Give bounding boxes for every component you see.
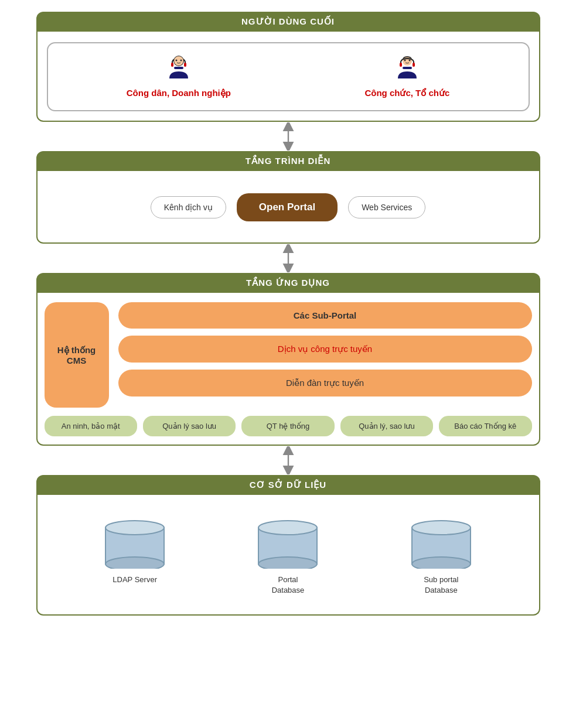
cms-label: Hệ thống CMS xyxy=(50,345,103,365)
arrow-2 xyxy=(278,244,299,273)
app-bottom-row: An ninh, bảo mật Quản lý sao lưu QT hệ t… xyxy=(45,416,532,436)
svg-point-8 xyxy=(404,60,405,61)
arrow-down-up-1 xyxy=(278,122,299,151)
official-label: Công chức, Tổ chức xyxy=(364,88,449,98)
security-pill: An ninh, bảo mật xyxy=(45,416,137,436)
forum-pill: Diễn đàn trực tuyến xyxy=(118,370,532,397)
user-box: Công dân, Doanh nghiệp xyxy=(47,42,530,111)
sub-portal-db-label: Sub portal Database xyxy=(424,575,458,596)
database-body: LDAP Server Portal Database Sub portal D… xyxy=(36,495,540,616)
application-layer: TẦNG ỨNG DỤNG Hệ thống CMS Các Sub-Porta… xyxy=(36,273,540,446)
app-right-col: Các Sub-Portal Dịch vụ công trực tuyến D… xyxy=(118,302,532,408)
citizen-avatar-icon xyxy=(165,53,193,81)
end-user-layer: NGƯỜI DÙNG CUỐI xyxy=(36,12,540,122)
presentation-header: TẦNG TRÌNH DIỄN xyxy=(36,151,540,171)
database-header: CƠ SỞ DỮ LIỆU xyxy=(36,475,540,495)
svg-point-17 xyxy=(105,557,164,569)
user-citizen: Công dân, Doanh nghiệp xyxy=(127,53,231,98)
arrow-3 xyxy=(278,446,299,475)
online-service-pill: Dịch vụ công trực tuyến xyxy=(118,336,532,363)
user-official: Công chức, Tổ chức xyxy=(364,53,449,98)
web-services-box: Web Services xyxy=(348,196,425,218)
database-layer: CƠ SỞ DỮ LIỆU LDAP Server xyxy=(36,475,540,616)
svg-point-20 xyxy=(258,557,317,569)
svg-point-24 xyxy=(412,521,471,535)
citizen-label: Công dân, Doanh nghiệp xyxy=(127,88,231,98)
presentation-layer: TẦNG TRÌNH DIỄN Kênh dịch vụ Open Portal… xyxy=(36,151,540,244)
portal-db-cylinder-icon xyxy=(255,517,320,569)
ldap-cylinder-icon xyxy=(103,517,167,569)
official-avatar-icon xyxy=(393,53,421,81)
presentation-body: Kênh dịch vụ Open Portal Web Services xyxy=(36,171,540,244)
open-portal-box: Open Portal xyxy=(237,193,338,221)
kenh-dich-vu-box: Kênh dịch vụ xyxy=(151,196,226,218)
sub-portals-pill: Các Sub-Portal xyxy=(118,302,532,329)
end-user-header: NGƯỜI DÙNG CUỐI xyxy=(36,12,540,32)
app-top-row: Hệ thống CMS Các Sub-Portal Dịch vụ công… xyxy=(45,302,532,408)
citizen-icon xyxy=(165,53,193,84)
svg-rect-2 xyxy=(171,63,173,67)
svg-rect-11 xyxy=(400,63,402,67)
report-stats-pill: Báo cáo Thống kê xyxy=(439,416,531,436)
mgmt-backup-pill: Quản lý, sao lưu xyxy=(340,416,433,436)
svg-rect-10 xyxy=(403,67,412,69)
svg-rect-12 xyxy=(413,63,415,67)
arrow-down-up-2 xyxy=(278,244,299,272)
svg-point-6 xyxy=(180,60,182,61)
portal-db-item: Portal Database xyxy=(255,517,320,596)
svg-point-18 xyxy=(105,521,164,535)
sys-admin-pill: QT hệ thống xyxy=(241,416,334,436)
svg-point-9 xyxy=(408,60,410,61)
svg-point-5 xyxy=(175,60,177,61)
svg-point-4 xyxy=(174,56,183,66)
portal-db-label: Portal Database xyxy=(272,575,305,596)
cms-box: Hệ thống CMS xyxy=(45,302,109,408)
application-header: TẦNG ỨNG DỤNG xyxy=(36,273,540,293)
ldap-label: LDAP Server xyxy=(113,575,157,585)
svg-rect-3 xyxy=(184,63,186,67)
sub-portal-db-item: Sub portal Database xyxy=(409,517,473,596)
end-user-body: Công dân, Doanh nghiệp xyxy=(36,32,540,122)
official-icon xyxy=(393,53,421,84)
svg-point-23 xyxy=(412,557,471,569)
arrow-down-up-3 xyxy=(278,446,299,474)
svg-point-21 xyxy=(258,521,317,535)
db-body: LDAP Server Portal Database Sub portal D… xyxy=(47,505,530,605)
arrow-1 xyxy=(278,122,299,151)
ldap-server-item: LDAP Server xyxy=(103,517,167,585)
backup-mgmt-pill: Quản lý sao lưu xyxy=(143,416,236,436)
sub-portal-db-cylinder-icon xyxy=(409,517,473,569)
application-body: Hệ thống CMS Các Sub-Portal Dịch vụ công… xyxy=(36,293,540,446)
svg-rect-1 xyxy=(174,67,183,69)
